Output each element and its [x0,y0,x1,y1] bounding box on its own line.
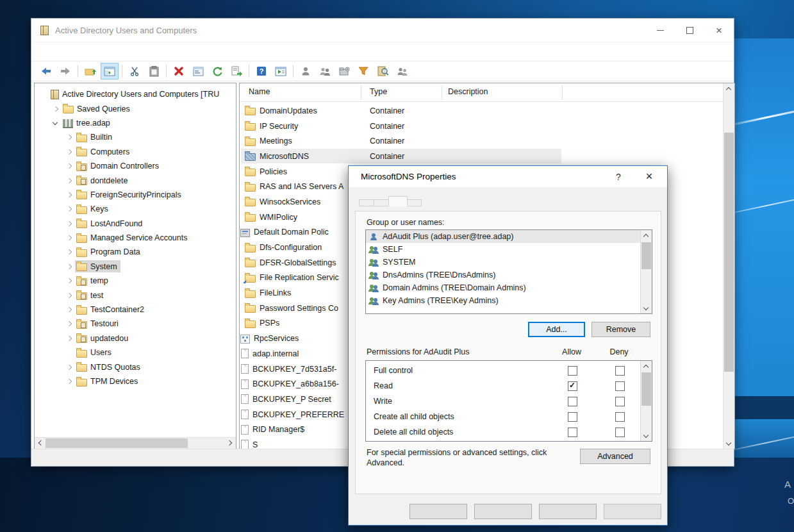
allow-checkbox[interactable] [568,428,577,437]
minimize-button[interactable] [645,19,675,42]
tree-item[interactable]: TestContainer2 [35,303,236,317]
cut-icon[interactable] [126,63,144,79]
remove-button[interactable]: Remove [591,322,650,337]
expander-icon[interactable] [64,305,75,314]
column-type[interactable]: Type [370,87,387,96]
expander-icon[interactable] [64,348,75,357]
tree-item[interactable]: Computers [35,145,236,159]
dialog-button[interactable] [604,504,661,519]
principal-row[interactable]: SYSTEM [366,256,652,269]
list-vertical-scrollbar[interactable] [723,83,734,449]
scroll-down-icon[interactable] [641,431,652,441]
principal-row[interactable]: SELF [366,243,652,256]
add-button[interactable]: Add... [528,322,585,337]
advanced-button[interactable]: Advanced [580,449,650,464]
allow-checkbox[interactable] [568,366,577,376]
tree-item[interactable]: System [35,260,236,274]
list-row[interactable]: IP Security Container [240,119,724,134]
show-console-tree-icon[interactable] [101,63,119,79]
expander-icon[interactable] [64,204,75,213]
tree-item[interactable]: Managed Service Accounts [35,231,236,245]
principals-scrollbar[interactable] [640,230,652,313]
expander-icon[interactable] [64,219,75,228]
tree-item[interactable]: Keys [35,202,236,216]
properties-icon[interactable] [189,63,207,79]
scroll-up-icon[interactable] [641,361,652,371]
expander-icon[interactable] [64,319,75,328]
allow-checkbox[interactable] [568,397,577,406]
list-row[interactable]: Meetings Container [240,133,724,149]
column-separator[interactable] [361,85,361,100]
principal-row[interactable]: Domain Admins (TREE\Domain Admins) [366,281,652,294]
tree-item[interactable]: Active Directory Users and Computers [TR… [35,87,236,101]
expander-icon[interactable] [64,276,75,285]
forward-icon[interactable] [56,63,74,79]
expander-icon[interactable] [64,377,75,386]
dialog-tab[interactable] [359,199,374,206]
new-window-icon[interactable] [272,63,290,79]
permission-row[interactable]: Create all child objects [366,410,641,425]
expander-icon[interactable] [64,291,75,300]
up-one-level-icon[interactable] [81,63,99,79]
export-list-icon[interactable] [227,63,245,79]
help-icon[interactable]: ? [252,63,270,79]
permission-row[interactable]: Delete all child objects [366,425,641,440]
expander-icon[interactable] [64,262,75,271]
expander-icon[interactable] [64,162,75,170]
tree-item[interactable]: Program Data [35,245,236,259]
back-icon[interactable] [37,63,55,79]
allow-checkbox[interactable] [568,381,577,391]
permission-row[interactable] [366,440,641,442]
tree-item[interactable]: Testouri [35,317,236,331]
tree-item[interactable]: dontdelete [35,173,236,187]
delegate-control-icon[interactable] [393,63,411,79]
expander-icon[interactable] [64,176,75,185]
dialog-tab[interactable] [388,196,408,206]
add-user-icon[interactable] [297,63,315,79]
permission-row[interactable]: Write [366,394,641,410]
permissions-scrollbar[interactable] [640,361,652,441]
dialog-help-icon[interactable]: ? [606,172,631,182]
expander-icon[interactable] [64,190,75,199]
expander-icon[interactable] [37,90,48,99]
maximize-button[interactable] [675,19,704,42]
principal-row[interactable]: AdAudit Plus (adap.user@tree.adap) [366,230,652,243]
tree-item[interactable]: temp [35,274,236,288]
deny-checkbox[interactable] [615,366,625,376]
find-icon[interactable] [374,63,392,79]
tree-item[interactable]: test [35,288,236,302]
list-row[interactable]: MicrosoftDNS Container [240,149,724,164]
dialog-button[interactable] [474,504,532,519]
expander-icon[interactable] [64,133,75,142]
deny-checkbox[interactable] [615,397,625,406]
close-button[interactable]: × [704,19,734,42]
expander-icon[interactable] [64,147,75,156]
expander-icon[interactable] [64,363,75,372]
deny-checkbox[interactable] [615,381,625,391]
filter-icon[interactable] [354,63,372,79]
principal-row[interactable]: Key Admins (TREE\Key Admins) [366,294,652,307]
expander-icon[interactable] [51,104,62,113]
expander-icon[interactable] [51,119,62,128]
tree-item[interactable]: Users [35,345,236,360]
column-separator[interactable] [562,85,563,100]
scrollbar-thumb[interactable] [641,242,651,269]
scroll-up-icon[interactable] [724,83,734,94]
add-group-icon[interactable] [316,63,334,79]
tree-item[interactable]: updatedou [35,331,236,345]
new-ou-icon[interactable] [335,63,353,79]
scrollbar-thumb[interactable] [724,133,734,372]
dialog-button[interactable] [539,504,597,519]
tree-item[interactable]: TPM Devices [35,374,236,388]
permission-row[interactable]: Full control [366,363,641,379]
expander-icon[interactable] [64,334,75,343]
dialog-tab[interactable] [407,199,422,206]
permission-row[interactable]: Read [366,379,641,394]
deny-checkbox[interactable] [615,412,625,422]
scroll-down-icon[interactable] [641,303,652,313]
scrollbar-thumb[interactable] [45,438,188,448]
allow-checkbox[interactable] [568,412,577,422]
tree-item[interactable]: tree.adap [35,116,236,130]
tree-item[interactable]: ForeignSecurityPrincipals [35,188,236,202]
dialog-tab[interactable] [374,199,389,206]
